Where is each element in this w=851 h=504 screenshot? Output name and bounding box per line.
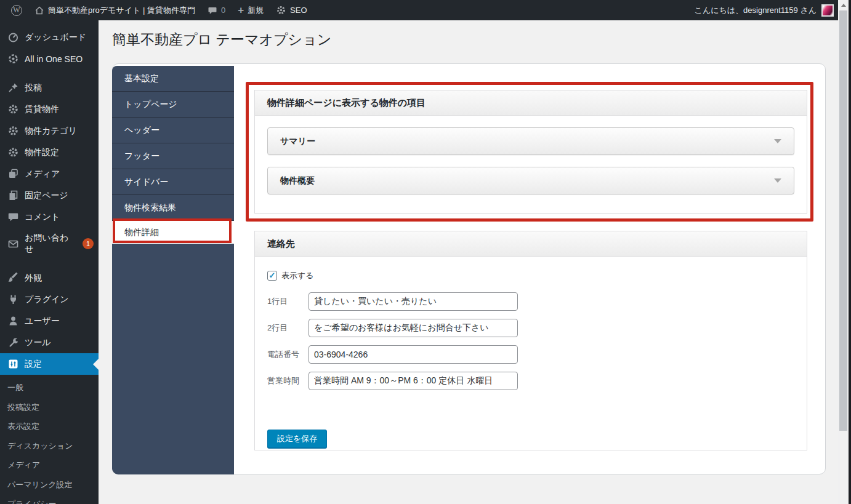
new-label: 新規 (248, 5, 264, 16)
seo-menu[interactable]: SEO (270, 0, 313, 20)
sidebar-item-label: All in One SEO (25, 54, 83, 64)
save-settings-button[interactable]: 設定を保存 (267, 430, 327, 448)
comment-bubble-icon (208, 6, 217, 15)
scrollbar-thumb[interactable] (839, 10, 847, 431)
aioseo-icon (7, 53, 19, 65)
property-items-section: 物件詳細ページに表示する物件の項目 サマリー 物件概要 (254, 90, 807, 214)
submenu-media[interactable]: メディア (0, 455, 99, 475)
admin-sidebar: ダッシュボード All in One SEO 投稿 賃貸物件 物件カテゴリ 物件… (0, 20, 99, 504)
accordion-summary[interactable]: サマリー (267, 127, 794, 155)
active-menu-arrow (87, 359, 99, 370)
user-greeting[interactable]: こんにちは、designrent1159 さん (695, 5, 817, 16)
sidebar-item-dashboard[interactable]: ダッシュボード (0, 26, 99, 48)
gear-icon (7, 146, 19, 158)
gear-icon (7, 125, 19, 137)
sidebar-item-property-category[interactable]: 物件カテゴリ (0, 120, 99, 142)
wp-logo-menu[interactable]: W (5, 0, 28, 20)
gear-icon (276, 5, 286, 15)
accordion-label: サマリー (280, 136, 315, 147)
chevron-down-icon (774, 178, 781, 183)
submenu-privacy[interactable]: プライバシー (0, 494, 99, 504)
accordion-label: 物件概要 (280, 175, 315, 186)
seo-label: SEO (290, 6, 307, 15)
comment-bubble-icon (7, 211, 19, 223)
wordpress-logo-icon: W (11, 5, 22, 16)
tab-property-detail[interactable]: 物件詳細 (112, 221, 234, 244)
sidebar-item-appearance[interactable]: 外観 (0, 267, 99, 289)
sidebar-item-label: 物件カテゴリ (25, 126, 77, 137)
pushpin-icon (7, 82, 19, 94)
section-title: 連絡先 (255, 231, 807, 257)
line1-input[interactable] (309, 292, 518, 311)
tab-header[interactable]: ヘッダー (112, 118, 234, 143)
scroll-up-arrow-icon[interactable] (838, 0, 849, 10)
sidebar-item-comments[interactable]: コメント (0, 206, 99, 228)
dashboard-icon (7, 31, 19, 43)
checkbox-label: 表示する (281, 270, 314, 281)
submenu-discussion[interactable]: ディスカッション (0, 436, 99, 456)
main-content: 簡単不動産プロ テーマオプション 基本設定 トップページ ヘッダー フッター サ… (99, 20, 851, 504)
sidebar-item-plugins[interactable]: プラグイン (0, 289, 99, 310)
sidebar-item-posts[interactable]: 投稿 (0, 77, 99, 98)
sidebar-item-media[interactable]: メディア (0, 163, 99, 185)
brush-icon (7, 272, 19, 284)
submenu-reading[interactable]: 表示設定 (0, 417, 99, 436)
settings-submenu: 一般 投稿設定 表示設定 ディスカッション メディア パーマリンク設定 プライバ… (0, 375, 99, 504)
sidebar-item-aioseo[interactable]: All in One SEO (0, 48, 99, 70)
sidebar-item-label: 外観 (25, 273, 42, 284)
sidebar-item-label: 固定ページ (25, 190, 68, 201)
tab-column: 基本設定 トップページ ヘッダー フッター サイドバー 物件検索結果 物件詳細 (112, 66, 234, 474)
line2-input[interactable] (309, 319, 518, 337)
sidebar-item-pages[interactable]: 固定ページ (0, 185, 99, 206)
page-scrollbar[interactable] (838, 0, 849, 504)
submenu-general[interactable]: 一般 (0, 378, 99, 398)
sidebar-item-label: 設定 (25, 359, 42, 370)
plugin-icon (7, 294, 19, 305)
sidebar-item-rental-properties[interactable]: 賃貸物件 (0, 98, 99, 120)
new-content-menu[interactable]: + 新規 (232, 0, 270, 20)
section-title: 物件詳細ページに表示する物件の項目 (255, 90, 807, 116)
sidebar-item-users[interactable]: ユーザー (0, 310, 99, 332)
media-icon (7, 168, 19, 180)
accordion-property-overview[interactable]: 物件概要 (267, 167, 794, 194)
sidebar-item-property-settings[interactable]: 物件設定 (0, 142, 99, 163)
submenu-permalinks[interactable]: パーマリンク設定 (0, 475, 99, 495)
sidebar-item-tools[interactable]: ツール (0, 332, 99, 353)
avatar[interactable] (821, 4, 834, 17)
tab-footer[interactable]: フッター (112, 143, 234, 169)
field-label-phone: 電話番号 (267, 349, 309, 360)
pages-icon (7, 190, 19, 201)
sidebar-item-settings[interactable]: 設定 (0, 353, 99, 375)
tab-basic-settings[interactable]: 基本設定 (112, 66, 234, 92)
sidebar-item-contact[interactable]: お問い合わせ 1 (0, 228, 99, 260)
tab-top-page[interactable]: トップページ (112, 92, 234, 118)
sidebar-item-label: 賃貸物件 (25, 104, 59, 115)
chevron-down-icon (774, 139, 781, 143)
hours-input[interactable] (309, 372, 518, 390)
wrench-icon (7, 337, 19, 348)
submenu-writing[interactable]: 投稿設定 (0, 398, 99, 417)
sliders-icon (7, 358, 19, 370)
sidebar-item-label: 物件設定 (25, 147, 59, 158)
sidebar-item-label: ツール (25, 337, 51, 348)
sidebar-item-label: 投稿 (25, 82, 42, 94)
plus-icon: + (238, 5, 244, 15)
admin-bar: W 簡単不動産proデモサイト | 賃貸物件専門 0 + 新規 SEO こんにち… (0, 0, 851, 20)
phone-input[interactable] (309, 345, 518, 364)
notification-badge: 1 (83, 238, 94, 249)
sidebar-item-label: お問い合わせ (25, 233, 75, 255)
window-edge (849, 0, 851, 504)
contact-section: 連絡先 ✓ 表示する 1行目 2行目 電話番号 (254, 231, 807, 450)
sidebar-item-label: ダッシュボード (25, 32, 86, 43)
field-label-line2: 2行目 (267, 322, 309, 334)
gear-icon (7, 103, 19, 115)
tab-search-results[interactable]: 物件検索結果 (112, 195, 234, 221)
site-name: 簡単不動産proデモサイト | 賃貸物件専門 (48, 5, 195, 16)
tab-sidebar[interactable]: サイドバー (112, 169, 234, 195)
comments-shortcut[interactable]: 0 (201, 0, 232, 20)
site-name-link[interactable]: 簡単不動産proデモサイト | 賃貸物件専門 (28, 0, 201, 20)
show-checkbox[interactable]: ✓ (267, 271, 277, 281)
field-label-line1: 1行目 (267, 296, 309, 307)
sidebar-item-label: プラグイン (25, 294, 69, 305)
sidebar-item-label: ユーザー (25, 316, 60, 327)
